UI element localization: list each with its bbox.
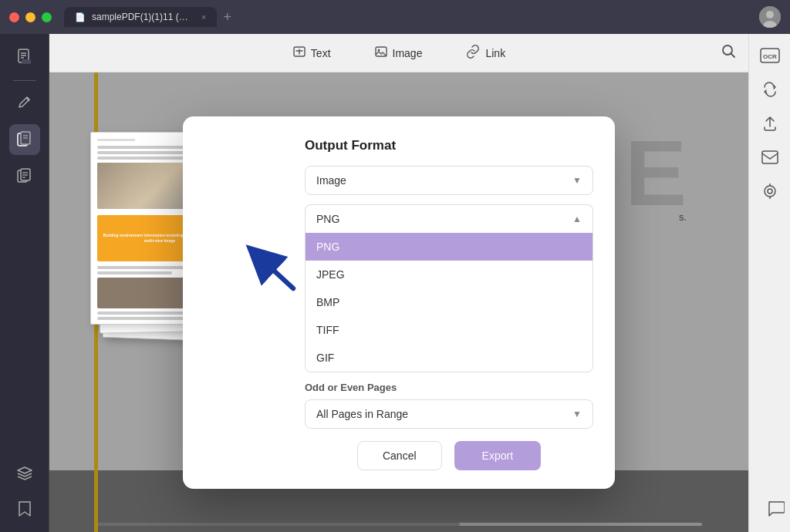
toolbar-text[interactable]: Text (283, 40, 340, 66)
option-bmp[interactable]: BMP (306, 288, 592, 316)
link-icon (465, 45, 481, 62)
right-icon-ocr[interactable]: OCR (756, 42, 784, 69)
odd-even-label: Odd or Even Pages (305, 382, 593, 393)
option-jpeg[interactable]: JPEG (306, 261, 592, 288)
right-icon-convert[interactable] (756, 76, 784, 103)
toolbar-image[interactable]: Image (365, 40, 432, 66)
sidebar-icon-layers[interactable] (9, 458, 40, 489)
format-dropdown-value: Image (316, 174, 346, 187)
text-icon (292, 45, 306, 62)
range-dropdown-arrow: ▼ (572, 409, 582, 419)
pdf-line (97, 271, 172, 274)
type-dropdown[interactable]: PNG ▲ (305, 204, 593, 233)
left-sidebar (0, 34, 49, 532)
sidebar-icon-edit[interactable] (9, 89, 40, 120)
cancel-button[interactable]: Cancel (357, 441, 442, 470)
toolbar-text-label: Text (311, 47, 331, 59)
export-dialog: Output Format Image ▼ PNG ▲ (183, 116, 615, 489)
format-dropdown[interactable]: Image ▼ (305, 166, 593, 195)
sidebar-divider (13, 80, 36, 81)
traffic-lights (9, 12, 52, 22)
sidebar-icon-document[interactable] (9, 42, 40, 72)
right-sidebar: OCR (748, 34, 790, 532)
active-tab[interactable]: 📄 samplePDF(1)(1)11 (SECU… × (64, 7, 217, 27)
page-content: E s. the point, which is also a point wo… (49, 72, 748, 532)
new-tab-button[interactable]: + (223, 9, 231, 25)
maximize-button[interactable] (42, 12, 52, 22)
dialog-buttons: Cancel Export (305, 441, 593, 470)
svg-point-26 (765, 186, 775, 197)
option-tiff[interactable]: TIFF (306, 316, 592, 344)
svg-point-27 (768, 189, 772, 194)
sidebar-icon-pages[interactable] (9, 124, 40, 155)
close-button[interactable] (9, 12, 19, 22)
app-body: Text Image (0, 34, 790, 532)
sidebar-icon-security[interactable] (9, 160, 40, 190)
dialog-title: Output Format (305, 138, 593, 153)
svg-text:OCR: OCR (763, 53, 777, 60)
svg-point-19 (377, 49, 380, 51)
svg-rect-25 (762, 151, 778, 163)
title-bar: 📄 samplePDF(1)(1)11 (SECU… × + (0, 0, 790, 34)
range-dropdown[interactable]: All Pages in Range ▼ (305, 399, 593, 429)
toolbar-link[interactable]: Link (456, 40, 515, 66)
format-dropdown-arrow: ▼ (572, 175, 582, 186)
dialog-content: Output Format Image ▼ PNG ▲ (305, 138, 593, 470)
pdf-line (97, 317, 184, 320)
chat-icon[interactable] (762, 495, 790, 523)
type-dropdown-value: PNG (316, 213, 339, 225)
tab-title: samplePDF(1)(1)11 (SECU… (92, 12, 192, 22)
range-dropdown-value: All Pages in Range (316, 408, 408, 420)
right-icon-mail[interactable] (756, 143, 784, 171)
toolbar: Text Image (49, 34, 748, 72)
pdf-header-line5 (97, 139, 135, 141)
toolbar-link-label: Link (485, 47, 505, 59)
tab-bar: 📄 samplePDF(1)(1)11 (SECU… × + (64, 7, 759, 27)
type-dropdown-options: PNG JPEG BMP TIFF GIF (305, 233, 593, 372)
search-icon[interactable] (721, 43, 736, 62)
dialog-container: Building environment information modelin… (183, 116, 615, 489)
modal-overlay: Building environment information modelin… (49, 72, 748, 532)
svg-line-21 (731, 54, 735, 58)
avatar[interactable] (759, 6, 781, 28)
sidebar-icon-bookmark[interactable] (9, 493, 40, 524)
pdf-line (97, 157, 184, 160)
option-gif[interactable]: GIF (306, 344, 592, 372)
blue-arrow (241, 236, 302, 298)
type-dropdown-arrow: ▲ (572, 214, 582, 224)
svg-rect-7 (22, 59, 31, 64)
svg-point-1 (766, 11, 774, 19)
tab-close-button[interactable]: × (201, 12, 206, 22)
option-png[interactable]: PNG (306, 233, 592, 261)
export-button[interactable]: Export (454, 441, 541, 470)
content-area: Text Image (49, 34, 748, 532)
minimize-button[interactable] (25, 12, 35, 22)
image-icon (374, 45, 388, 62)
right-icon-scan[interactable] (756, 177, 784, 205)
right-icon-share[interactable] (756, 109, 784, 137)
toolbar-image-label: Image (393, 47, 423, 59)
